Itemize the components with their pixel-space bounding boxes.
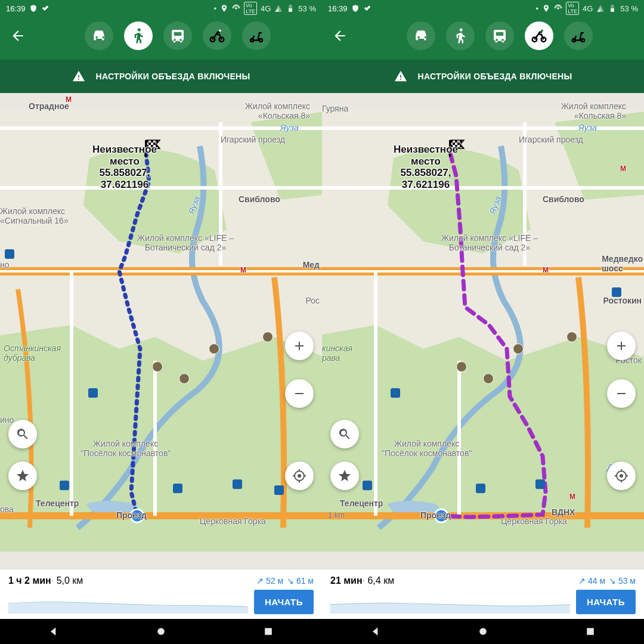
- transit-stop-icon: [5, 249, 14, 259]
- battery-pct: 53 %: [620, 4, 638, 13]
- elev-down: 61 м: [287, 576, 314, 586]
- pane-right: 16:39 • VoLTE 4G 53 % НАСТРОЙКИ ОБЪЕЗДА …: [322, 0, 644, 644]
- route-panel: 1 ч 2 мин 5,0 км 52 м 61 м НАЧАТЬ: [0, 569, 322, 619]
- locate-button[interactable]: [607, 462, 636, 490]
- svg-rect-16: [265, 628, 272, 635]
- nav-back-icon[interactable]: [48, 626, 60, 637]
- svg-point-15: [157, 628, 165, 635]
- mode-walk[interactable]: [446, 21, 475, 50]
- pane-left: 16:39 • VoLTE 4G 53 % НАСТРОЙКИ ОБЪЕЗДА …: [0, 0, 322, 644]
- scale-label: 1 km: [328, 510, 345, 519]
- elev-up: 52 м: [256, 576, 283, 586]
- battery-icon: [608, 4, 617, 13]
- route-distance: 6,4 км: [363, 575, 395, 586]
- mode-car[interactable]: [407, 21, 435, 50]
- android-navbar: [0, 619, 322, 644]
- location-icon: [220, 4, 228, 13]
- mode-transit[interactable]: [485, 21, 514, 50]
- start-button[interactable]: НАЧАТЬ: [254, 590, 314, 614]
- elevation-chart: [8, 591, 248, 614]
- transit-stop-icon: [476, 484, 485, 493]
- signal-icon: [274, 4, 283, 13]
- svg-point-0: [235, 7, 237, 10]
- svg-point-19: [460, 29, 463, 32]
- svg-point-13: [298, 474, 301, 478]
- mode-walk[interactable]: [124, 21, 153, 50]
- nav-home-icon[interactable]: [477, 626, 489, 637]
- map-canvas[interactable]: Отрадное М Жилой комплекс «Кольская 8» И…: [0, 93, 322, 569]
- transit-stop-icon: [88, 388, 98, 398]
- poi-icon: [179, 373, 190, 384]
- elev-up: 44 м: [578, 576, 605, 586]
- svg-point-22: [541, 29, 543, 32]
- mode-scooter[interactable]: [564, 21, 593, 50]
- warning-icon: [394, 70, 407, 83]
- android-navbar: [322, 619, 644, 644]
- svg-point-30: [620, 474, 623, 478]
- status-bar: 16:39 • VoLTE 4G 53 %: [322, 0, 644, 17]
- mode-scooter[interactable]: [242, 21, 271, 50]
- zoom-in-button[interactable]: [285, 332, 314, 360]
- mode-bike[interactable]: [525, 21, 553, 50]
- network-label: 4G: [261, 4, 271, 13]
- svg-point-32: [479, 628, 487, 635]
- svg-rect-1: [290, 5, 291, 5]
- destination-label: Неизвестное место 55.858027, 37.621196: [92, 144, 157, 190]
- svg-rect-33: [587, 628, 594, 635]
- route-time: 1 ч 2 мин: [8, 575, 51, 586]
- nav-recent-icon[interactable]: [584, 626, 596, 637]
- banner-text: НАСТРОЙКИ ОБЪЕЗДА ВКЛЮЧЕНЫ: [96, 72, 250, 81]
- route-panel: 21 мин 6,4 км 44 м 53 м НАЧАТЬ: [322, 569, 644, 619]
- transit-stop-icon: [535, 479, 545, 489]
- transit-stop-icon: [363, 481, 372, 490]
- svg-point-5: [219, 29, 221, 32]
- status-bar: 16:39 • VoLTE 4G 53 %: [0, 0, 322, 17]
- poi-icon: [456, 361, 467, 372]
- back-button[interactable]: [328, 24, 352, 48]
- poi-icon: [566, 332, 577, 342]
- svg-point-17: [557, 7, 559, 10]
- svg-point-7: [259, 39, 262, 42]
- svg-point-2: [138, 29, 141, 32]
- zoom-out-button[interactable]: [607, 379, 636, 408]
- volte-icon: VoLTE: [244, 2, 257, 15]
- mode-transit[interactable]: [163, 21, 192, 50]
- poi-icon: [262, 332, 273, 342]
- detour-banner[interactable]: НАСТРОЙКИ ОБЪЕЗДА ВКЛЮЧЕНЫ: [0, 60, 322, 93]
- signal-icon: [596, 4, 605, 13]
- locate-button[interactable]: [285, 462, 314, 490]
- bookmark-button[interactable]: [330, 462, 359, 490]
- mode-car[interactable]: [85, 21, 113, 50]
- warning-icon: [72, 70, 85, 83]
- start-button[interactable]: НАЧАТЬ: [576, 590, 636, 614]
- back-button[interactable]: [6, 24, 30, 48]
- mode-bike[interactable]: [203, 21, 231, 50]
- bookmark-button[interactable]: [8, 462, 37, 490]
- battery-icon: [286, 4, 295, 13]
- nav-home-icon[interactable]: [155, 626, 167, 637]
- map-canvas[interactable]: Гуряна Жилой комплекс «Кольская 8» Игарс…: [322, 93, 644, 569]
- nav-recent-icon[interactable]: [262, 626, 274, 637]
- transit-stop-icon: [233, 479, 242, 489]
- hotspot-icon: [232, 4, 240, 13]
- zoom-out-button[interactable]: [285, 379, 314, 408]
- poi-icon: [209, 343, 219, 354]
- shield-icon: [29, 4, 38, 13]
- nav-back-icon[interactable]: [370, 626, 382, 637]
- search-button[interactable]: [330, 420, 359, 448]
- zoom-in-button[interactable]: [607, 332, 636, 360]
- heart-icon: [363, 4, 371, 13]
- transit-stop-icon: [612, 287, 621, 297]
- svg-point-24: [581, 39, 584, 42]
- topbar: [0, 17, 322, 60]
- poi-icon: [483, 373, 494, 384]
- banner-text: НАСТРОЙКИ ОБЪЕЗДА ВКЛЮЧЕНЫ: [418, 72, 572, 81]
- battery-pct: 53 %: [298, 4, 316, 13]
- svg-point-26: [435, 509, 448, 522]
- detour-banner[interactable]: НАСТРОЙКИ ОБЪЕЗДА ВКЛЮЧЕНЫ: [322, 60, 644, 93]
- transit-stop-icon: [391, 388, 400, 398]
- status-time: 16:39: [6, 4, 26, 13]
- search-button[interactable]: [8, 420, 37, 448]
- svg-rect-18: [612, 5, 613, 5]
- poi-icon: [152, 361, 163, 372]
